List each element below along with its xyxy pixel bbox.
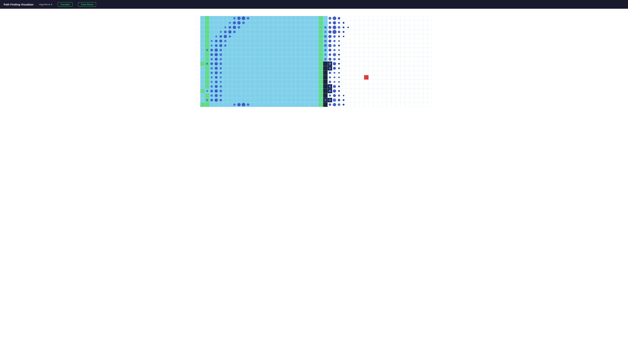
visualize-button[interactable]: Visualize xyxy=(58,2,73,7)
algorithms-chevron: ▾ xyxy=(51,3,52,6)
grid-wrapper[interactable] xyxy=(196,16,432,107)
algorithms-menu[interactable]: Algorithms ▾ xyxy=(39,3,52,6)
main-content xyxy=(0,9,628,107)
app-title: Path Finding Visualizer xyxy=(4,3,34,6)
pathfinding-grid[interactable] xyxy=(196,16,432,107)
clear-board-button[interactable]: Clear Board xyxy=(78,2,96,7)
algorithms-label: Algorithms xyxy=(39,3,50,6)
navbar: Path Finding Visualizer Algorithms ▾ Vis… xyxy=(0,0,628,9)
